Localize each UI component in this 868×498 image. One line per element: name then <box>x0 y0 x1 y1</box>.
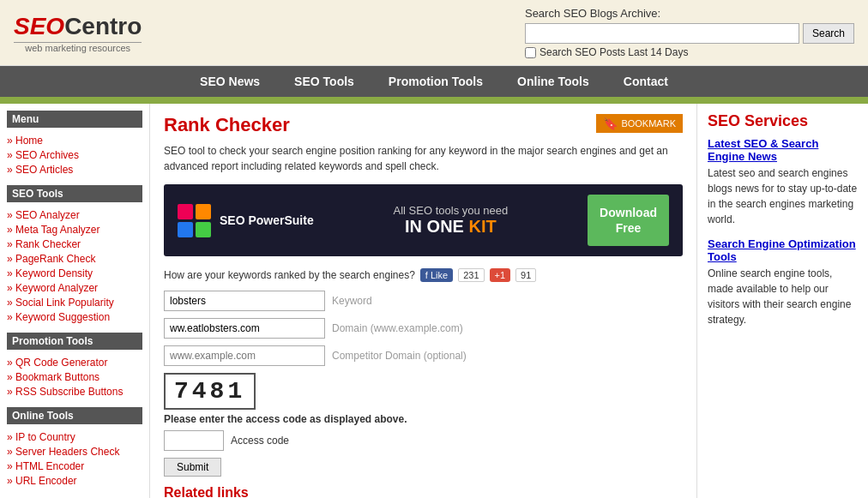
logo: SEOCentro <box>14 13 142 40</box>
competitor-row: Competitor Domain (optional) <box>164 345 683 366</box>
related-title: Related links <box>164 485 683 498</box>
logo-tagline: web marketing resources <box>14 43 142 53</box>
sidebar-item-seo-analyzer[interactable]: SEO Analyzer <box>7 209 80 221</box>
seo-tools-title: SEO Tools <box>7 185 142 202</box>
sidebar-item-keyword-density[interactable]: Keyword Density <box>7 267 93 279</box>
ad-tagline-pre: All SEO tools you need <box>394 204 509 217</box>
search-area: Search SEO Blogs Archive: Search Search … <box>525 7 854 58</box>
list-item: QR Code Generator <box>7 355 142 369</box>
bookmark-button[interactable]: 🔖 BOOKMARK <box>596 114 683 133</box>
online-links: IP to Country Server Headers Check HTML … <box>7 428 142 489</box>
header: SEOCentro web marketing resources Search… <box>0 0 868 66</box>
menu-title: Menu <box>7 111 142 128</box>
access-row: Access code <box>164 430 683 451</box>
green-bar <box>0 97 868 104</box>
sidebar-item-keyword-analyzer[interactable]: Keyword Analyzer <box>7 282 98 294</box>
captcha-text-bold: access code <box>245 413 306 425</box>
seo-tools-links: SEO Analyzer Meta Tag Analyzer Rank Chec… <box>7 206 142 326</box>
list-item: URL Encoder <box>7 473 142 488</box>
rs-text-2: Online search engine tools, made availab… <box>708 266 858 327</box>
search-label: Search SEO Blogs Archive: <box>525 7 854 20</box>
search-last-14-checkbox[interactable] <box>525 47 536 58</box>
sidebar-item-bookmark-buttons[interactable]: Bookmark Buttons <box>7 371 99 383</box>
rs-text-1: Latest seo and search engines blogs news… <box>708 165 858 227</box>
sidebar-item-qr-code[interactable]: QR Code Generator <box>7 357 107 369</box>
sidebar-item-seo-archives[interactable]: SEO Archives <box>7 149 79 161</box>
facebook-like-button[interactable]: f Like <box>420 268 453 282</box>
list-item: Bookmark Buttons <box>7 369 142 384</box>
ad-tagline-main: IN ONE KIT <box>394 217 509 237</box>
sidebar-item-ip-to-country[interactable]: IP to Country <box>7 431 75 443</box>
list-item: Keyword Analyzer <box>7 280 142 295</box>
search-checkbox-label: Search SEO Posts Last 14 Days <box>539 46 688 58</box>
gplus-count: 91 <box>515 268 536 282</box>
list-item: PageRank Check <box>7 251 142 266</box>
list-item: RSS Subscribe Buttons <box>7 384 142 399</box>
rs-link-1[interactable]: Latest SEO & Search Engine News <box>708 137 858 163</box>
nav-seo-news[interactable]: SEO News <box>183 66 277 97</box>
fb-count: 231 <box>458 268 484 282</box>
sidebar-item-social-link-popularity[interactable]: Social Link Popularity <box>7 297 114 309</box>
access-code-label: Access code <box>231 435 289 447</box>
list-item: Rank Checker <box>7 237 142 251</box>
rs-link-2[interactable]: Search Engine Optimization Tools <box>708 237 858 263</box>
sidebar-item-server-headers[interactable]: Server Headers Check <box>7 446 119 458</box>
ad-tagline: All SEO tools you need IN ONE KIT <box>394 204 509 237</box>
nav-promotion-tools[interactable]: Promotion Tools <box>371 66 500 97</box>
search-checkbox-row: Search SEO Posts Last 14 Days <box>525 46 854 58</box>
search-row: Search <box>525 23 854 44</box>
ad-sq-green <box>196 222 211 237</box>
domain-input[interactable] <box>164 318 325 339</box>
competitor-input[interactable] <box>164 345 325 366</box>
captcha-box: 7481 <box>164 373 256 410</box>
social-question: How are your keywords ranked by the sear… <box>164 269 415 281</box>
page-title: Rank Checker <box>164 114 290 136</box>
list-item: SEO Archives <box>7 147 142 162</box>
ad-sq-orange <box>196 204 211 219</box>
nav-seo-tools[interactable]: SEO Tools <box>277 66 371 97</box>
sidebar-item-rss-subscribe[interactable]: RSS Subscribe Buttons <box>7 386 123 398</box>
submit-button[interactable]: Submit <box>164 458 221 477</box>
sidebar-item-seo-articles[interactable]: SEO Articles <box>7 164 73 176</box>
ad-one: ONE <box>427 217 464 236</box>
ad-sq-red <box>178 204 193 219</box>
search-input[interactable] <box>525 23 799 44</box>
download-label: DownloadFree <box>600 206 657 235</box>
content: Rank Checker 🔖 BOOKMARK SEO tool to chec… <box>150 104 696 498</box>
list-item: Home <box>7 133 142 147</box>
fb-label: Like <box>431 270 448 280</box>
gplus-button[interactable]: +1 <box>490 268 511 282</box>
download-button[interactable]: DownloadFree <box>588 195 669 246</box>
list-item: HTML Encoder <box>7 459 142 473</box>
captcha-text: Please enter the access code as displaye… <box>164 413 683 425</box>
sidebar-item-meta-tag-analyzer[interactable]: Meta Tag Analyzer <box>7 224 100 236</box>
sidebar-item-home[interactable]: Home <box>7 135 43 147</box>
description: SEO tool to check your search engine pos… <box>164 143 683 174</box>
sidebar-item-html-encoder[interactable]: HTML Encoder <box>7 460 84 472</box>
logo-seo: SEO <box>14 13 64 39</box>
social-row: How are your keywords ranked by the sear… <box>164 268 683 282</box>
sidebar-item-keyword-suggestion[interactable]: Keyword Suggestion <box>7 311 110 323</box>
ad-logo-area: SEO PowerSuite <box>178 204 314 237</box>
list-item: Keyword Density <box>7 266 142 280</box>
search-button[interactable]: Search <box>803 23 854 44</box>
competitor-label: Competitor Domain (optional) <box>332 350 467 362</box>
access-code-input[interactable] <box>164 430 224 451</box>
nav-online-tools[interactable]: Online Tools <box>500 66 606 97</box>
sidebar-item-rank-checker[interactable]: Rank Checker <box>7 238 81 250</box>
list-item: IP to Country <box>7 429 142 444</box>
online-title: Online Tools <box>7 407 142 424</box>
ad-squares <box>178 204 211 237</box>
nav-contact[interactable]: Contact <box>606 66 685 97</box>
gplus-label: +1 <box>495 270 506 280</box>
keyword-input[interactable] <box>164 291 325 311</box>
ad-banner: SEO PowerSuite All SEO tools you need IN… <box>164 184 683 256</box>
sidebar-item-pagerank-check[interactable]: PageRank Check <box>7 253 95 265</box>
keyword-row: Keyword <box>164 291 683 311</box>
sidebar-item-url-encoder[interactable]: URL Encoder <box>7 475 77 487</box>
captcha-text-post: as displayed above. <box>307 413 407 425</box>
menu-links: Home SEO Archives SEO Articles <box>7 131 142 178</box>
domain-label: Domain (www.example.com) <box>332 322 463 334</box>
promo-links: QR Code Generator Bookmark Buttons RSS S… <box>7 353 142 400</box>
rs-title: SEO Services <box>708 112 858 130</box>
